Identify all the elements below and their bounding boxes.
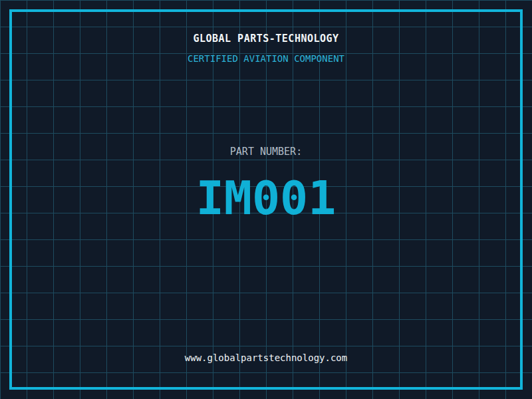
part-number-label: PART NUMBER: bbox=[0, 146, 532, 158]
company-name-title: GLOBAL PARTS-TECHNOLOGY bbox=[0, 33, 532, 45]
website-url: www.globalpartstechnology.com bbox=[0, 352, 532, 363]
certification-subtitle: CERTIFIED AVIATION COMPONENT bbox=[0, 53, 532, 64]
part-label-page: GLOBAL PARTS-TECHNOLOGY CERTIFIED AVIATI… bbox=[0, 0, 532, 399]
part-number-value: IM001 bbox=[0, 174, 532, 222]
